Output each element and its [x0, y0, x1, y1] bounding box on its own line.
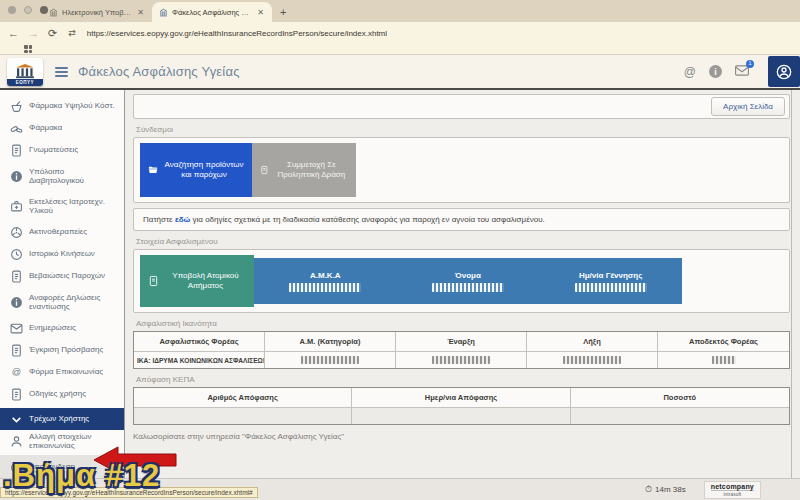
sidebar-item-contact-form[interactable]: @Φόρμα Επικοινωνίας — [0, 361, 124, 383]
info-icon — [9, 170, 23, 183]
here-link[interactable]: εδώ — [175, 215, 190, 224]
site-permissions-icon[interactable]: ⇄ — [66, 28, 78, 38]
app-header: ΕΟΠΥΥ Φάκελος Ασφάλισης Υγείας @ i 1 — [0, 55, 800, 90]
sidebar-item-label: Υπόλοιπο Διαβητολογικού — [29, 167, 120, 185]
chevron-down-icon — [9, 413, 23, 426]
table-row — [134, 407, 789, 424]
svg-text:@: @ — [11, 367, 20, 377]
sidebar-item-user-manual[interactable]: Οδηγίες χρήσης — [0, 383, 124, 405]
tab-close-icon[interactable]: ✕ — [256, 8, 265, 17]
eopyy-logo[interactable]: ΕΟΠΥΥ — [7, 58, 43, 86]
kepa-decision-table: Αριθμός ΑπόφασηςΗμερ/νια ΑπόφασηςΠοσοστό — [133, 387, 790, 425]
at-icon[interactable]: @ — [684, 66, 696, 78]
content-right-border — [791, 90, 792, 478]
sidebar-menu: Φάρμακα Υψηλού Κόστ.ΦάρμακαΓνωματεύσειςΥ… — [0, 90, 125, 478]
user-icon — [776, 64, 792, 80]
mail-icon — [9, 322, 23, 335]
redacted-value — [575, 283, 647, 292]
mail-badge: 1 — [746, 60, 754, 68]
window-zoom-button[interactable] — [40, 6, 48, 14]
sidebar-item-label: Φάρμακα — [29, 123, 62, 132]
sidebar-item-objection-reports[interactable]: Αναφορές Δηλώσεις εναντίωσης — [0, 287, 124, 317]
insured-panel: Υποβολή Ατομικού Αιτήματος Α.Μ.Κ.ΑΌνομαΗ… — [133, 249, 790, 313]
sidebar-item-diabetic-balance[interactable]: Υπόλοιπο Διαβητολογικού — [0, 161, 124, 191]
sidebar-item-drugs[interactable]: Φάρμακα — [0, 117, 124, 139]
insurance-capacity-table: Ασφαλιστικός ΦορέαςΑ.Μ. (Κατηγορία)Έναρξ… — [133, 331, 790, 369]
column-header: Ημερ/νια Απόφασης — [352, 388, 570, 407]
kepa-section-label: Απόφαση ΚΕΠΑ — [136, 375, 788, 384]
column-header: Αριθμός Απόφασης — [134, 388, 352, 407]
menu-toggle-icon[interactable] — [55, 67, 68, 77]
new-tab-button[interactable]: + — [272, 2, 294, 22]
window-close-button[interactable] — [8, 6, 16, 14]
search-products-label: Αναζήτηση προϊόντων και παρόχων — [164, 160, 244, 180]
logo-text: ΕΟΠΥΥ — [7, 79, 43, 86]
medical-case-icon — [9, 200, 23, 213]
submit-request-button[interactable]: Υποβολή Ατομικού Αιτήματος — [140, 255, 254, 307]
column-header: Λήξη — [527, 332, 658, 351]
sidebar-item-high-cost-drugs[interactable]: Φάρμακα Υψηλού Κόστ. — [0, 95, 124, 117]
reload-icon[interactable]: ⟳ — [48, 28, 57, 39]
search-products-button[interactable]: Αναζήτηση προϊόντων και παρόχων — [140, 143, 252, 197]
back-icon[interactable]: ← — [8, 28, 19, 39]
document-icon — [9, 344, 23, 357]
user-account-button[interactable] — [768, 56, 800, 87]
sidebar-item-radiotherapy[interactable]: Ακτινοθεραπείες — [0, 221, 124, 243]
empty-cell — [134, 407, 352, 424]
sidebar-item-history[interactable]: Ιστορικό Κινήσεων — [0, 243, 124, 265]
vendor-name: netcompany — [711, 483, 754, 490]
info-icon[interactable]: i — [709, 65, 722, 78]
temple-favicon-icon — [49, 8, 58, 17]
instructions-text: Πατήστε εδώ για οδηγίες σχετικά με τη δι… — [133, 208, 790, 231]
screenshot-root: Ηλεκτρονική Υποβολή Ατομ... ✕ Φάκελος Ασ… — [0, 0, 800, 500]
main-content: Αρχική Σελίδα Σύνδεσμοι Αναζήτηση προϊόν… — [126, 90, 800, 478]
prevention-action-button[interactable]: Συμμετοχή Σε Προληπτική Δράση — [252, 143, 356, 197]
person-icon — [9, 435, 23, 448]
sidebar-item-label: Αναφορές Δηλώσεις εναντίωσης — [29, 293, 120, 311]
sidebar-item-label: Ιστορικό Κινήσεων — [29, 249, 95, 258]
submit-request-label: Υποβολή Ατομικού Αιτήματος — [165, 271, 246, 291]
toolbar: Αρχική Σελίδα — [133, 94, 790, 119]
sidebar-item-current-user[interactable]: Τρέχων Χρήστης — [0, 408, 124, 430]
apps-grid-icon[interactable] — [24, 45, 32, 53]
sidebar-item-opinions[interactable]: Γνωματεύσεις — [0, 139, 124, 161]
welcome-text: Καλωσορίσατε στην υπηρεσία "Φάκελος Ασφά… — [133, 432, 790, 441]
insured-field: Α.Μ.Κ.Α — [254, 258, 397, 304]
window-controls[interactable] — [8, 6, 48, 14]
insured-field-label: Α.Μ.Κ.Α — [310, 271, 341, 280]
mail-icon[interactable]: 1 — [735, 65, 749, 78]
browser-tab-inactive[interactable]: Ηλεκτρονική Υποβολή Ατομ... ✕ — [42, 2, 152, 22]
redacted-cell — [527, 351, 658, 368]
address-bar[interactable]: https://eservices.eopyy.gov.gr/eHealthIn… — [87, 29, 387, 38]
browser-tab-active[interactable]: Φάκελος Ασφάλισης Υγείας ✕ — [152, 2, 272, 22]
column-header: Ασφαλιστικός Φορέας — [134, 332, 265, 351]
column-header: Α.Μ. (Κατηγορία) — [265, 332, 396, 351]
session-timer: ⏱ 14m 38s — [645, 484, 686, 495]
sidebar-item-label: Ενημερώσεις — [29, 323, 76, 332]
window-minimize-button[interactable] — [24, 6, 32, 14]
home-button[interactable]: Αρχική Σελίδα — [711, 97, 785, 116]
sidebar-item-benefit-certificates[interactable]: Βεβαιώσεις Παροχών — [0, 265, 124, 287]
instructions-pre: Πατήστε — [143, 215, 175, 224]
sidebar-item-label: Τρέχων Χρήστης — [29, 414, 89, 423]
tab-close-icon[interactable]: ✕ — [136, 8, 145, 17]
redacted-value — [289, 283, 361, 292]
pills-icon — [9, 122, 23, 135]
insured-field: Όνομα — [397, 258, 540, 304]
sidebar-item-label: Οδηγίες χρήσης — [29, 389, 86, 398]
sidebar-item-access-approval[interactable]: Έγκριση Πρόσβασης — [0, 339, 124, 361]
step-annotation: .Βήμα #12 — [3, 458, 160, 494]
sidebar-item-label: Φάρμακα Υψηλού Κόστ. — [29, 101, 115, 110]
sidebar-item-label: Γνωματεύσεις — [29, 145, 78, 154]
forward-icon[interactable]: → — [28, 28, 39, 39]
header-actions: @ i 1 — [684, 56, 800, 87]
sidebar-item-medical-supplies[interactable]: Εκτελέσεις Ιατροτεχν. Υλικού — [0, 191, 124, 221]
redacted-value — [563, 356, 621, 364]
prevention-action-label: Συμμετοχή Σε Προληπτική Δράση — [275, 160, 348, 180]
temple-favicon-icon — [159, 8, 168, 17]
sidebar-item-updates[interactable]: Ενημερώσεις — [0, 317, 124, 339]
instructions-post: για οδηγίες σχετικά με τη διαδικασία κατ… — [190, 215, 544, 224]
vendor-subname: intrasoft — [711, 490, 754, 497]
info-icon — [9, 296, 23, 309]
insured-fields: Α.Μ.Κ.ΑΌνομαΗμ/νία Γέννησης — [254, 258, 682, 304]
